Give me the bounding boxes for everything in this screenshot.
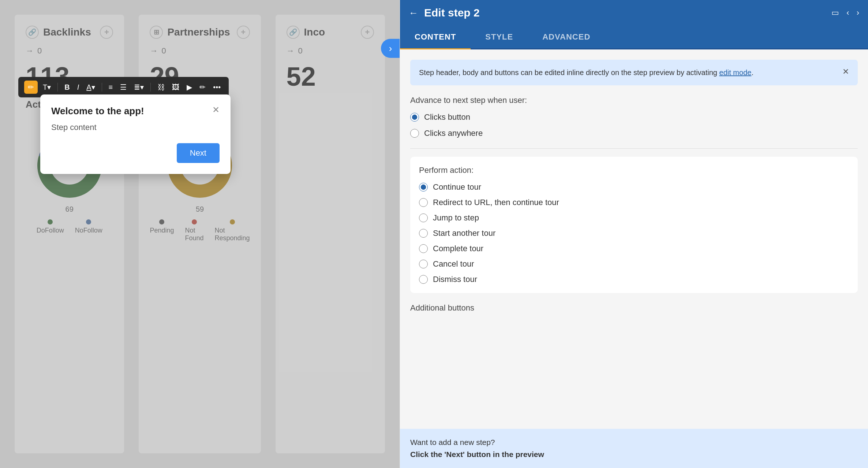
text-type-btn[interactable]: T▾ xyxy=(41,81,53,93)
card-stat: → 0 xyxy=(26,46,113,56)
action-box: Perform action: Continue tour Redirect t… xyxy=(410,157,858,293)
bullet-list-btn[interactable]: ≡ xyxy=(106,82,115,93)
action-radio-cancel[interactable] xyxy=(419,260,428,268)
add-icon: + xyxy=(100,26,113,39)
toolbar-sep-1 xyxy=(57,83,58,92)
advance-section-title: Advance to next step when user: xyxy=(410,96,858,105)
legend-dot-pending xyxy=(159,219,164,224)
action-label-another-tour: Start another tour xyxy=(433,229,495,238)
table-icon: ⊞ xyxy=(150,26,163,39)
advance-option-clicks-anywhere[interactable]: Clicks anywhere xyxy=(410,129,858,138)
action-option-jump[interactable]: Jump to step xyxy=(419,213,849,223)
advance-radio-clicks-anywhere[interactable] xyxy=(410,129,419,138)
tour-popup-footer: Next xyxy=(51,143,220,163)
ordered-list-btn[interactable]: ☰ xyxy=(118,81,129,93)
action-radio-dismiss[interactable] xyxy=(419,275,428,284)
legend-dot-nofollow xyxy=(86,219,91,224)
info-box: Step header, body and buttons can be edi… xyxy=(410,60,858,85)
bg-card-header: 🔗 Backlinks + xyxy=(26,26,113,39)
italic-btn[interactable]: I xyxy=(75,82,82,93)
main-preview-area: 🔗 Backlinks + → 0 113 Active 6 69 xyxy=(0,0,400,468)
info-close-button[interactable]: ✕ xyxy=(842,67,849,77)
action-label-dismiss: Dismiss tour xyxy=(433,275,477,284)
info-box-text: Step header, body and buttons can be edi… xyxy=(419,67,753,78)
action-radio-complete[interactable] xyxy=(419,244,428,253)
tour-close-button[interactable]: ✕ xyxy=(212,105,220,114)
panel-expand-button[interactable]: › xyxy=(381,39,400,58)
bottom-hint-line2: Click the 'Next' button in the preview xyxy=(410,448,858,461)
video-btn[interactable]: ▶ xyxy=(184,81,194,93)
panel-header-left: ← Edit step 2 xyxy=(409,7,480,19)
action-section-title: Perform action: xyxy=(419,166,849,175)
toolbar-sep-3 xyxy=(150,83,151,92)
panel-rect-button[interactable]: ▭ xyxy=(831,8,839,18)
panel-back-button[interactable]: ← xyxy=(409,7,418,19)
underline-btn[interactable]: A▾ xyxy=(84,81,97,93)
legend-nofollow: NoFollow xyxy=(75,219,102,234)
legend-dofollow: DoFollow xyxy=(37,219,64,234)
link-icon-3: 🔗 xyxy=(287,26,300,39)
action-label-continue: Continue tour xyxy=(433,182,481,192)
bottom-hint-line1: Want to add a new step? xyxy=(410,436,858,449)
add-icon-2: + xyxy=(237,26,250,39)
bg-card-header-3: 🔗 Inco + xyxy=(287,26,374,39)
action-option-redirect[interactable]: Redirect to URL, then continue tour xyxy=(419,198,849,207)
edit-mode-link[interactable]: edit mode xyxy=(719,68,752,77)
action-radio-jump[interactable] xyxy=(419,213,428,222)
advance-option-clicks-button[interactable]: Clicks button xyxy=(410,112,858,122)
action-label-redirect: Redirect to URL, then continue tour xyxy=(433,198,559,207)
right-panel: ← Edit step 2 ▭ ‹ › CONTENT STYLE ADVANC… xyxy=(400,0,868,468)
action-radio-redirect[interactable] xyxy=(419,198,428,207)
advance-label-clicks-button: Clicks button xyxy=(424,112,470,122)
divider xyxy=(410,148,858,149)
bg-card-inco: 🔗 Inco + → 0 52 xyxy=(276,15,385,453)
action-option-complete[interactable]: Complete tour xyxy=(419,244,849,253)
card-big-number-3: 52 xyxy=(287,62,374,92)
action-radio-group: Continue tour Redirect to URL, then cont… xyxy=(419,182,849,284)
tour-popup-header: Welcome to the app! ✕ xyxy=(51,105,220,117)
toolbar-sep-2 xyxy=(102,83,102,92)
legend-dot-dofollow xyxy=(48,219,53,224)
action-label-jump: Jump to step xyxy=(433,213,479,223)
more-btn[interactable]: ••• xyxy=(211,82,223,93)
card-title: Backlinks xyxy=(43,26,91,38)
additional-buttons-label: Additional buttons xyxy=(410,303,858,313)
advance-label-clicks-anywhere: Clicks anywhere xyxy=(424,129,483,138)
bold-btn[interactable]: B xyxy=(62,82,72,93)
align-btn[interactable]: ≣▾ xyxy=(132,81,146,93)
tab-style[interactable]: STYLE xyxy=(471,26,528,48)
action-option-another-tour[interactable]: Start another tour xyxy=(419,229,849,238)
action-label-complete: Complete tour xyxy=(433,244,483,253)
action-radio-continue[interactable] xyxy=(419,183,428,192)
action-radio-another-tour[interactable] xyxy=(419,229,428,238)
pen-btn[interactable]: ✏ xyxy=(197,81,208,93)
bg-card-header-2: ⊞ Partnerships + xyxy=(150,26,250,39)
tour-popup-title: Welcome to the app! xyxy=(51,105,144,117)
edit-toolbar-btn[interactable]: ✏ xyxy=(24,81,38,94)
tour-popup: Welcome to the app! ✕ Step content Next xyxy=(40,94,231,174)
panel-prev-button[interactable]: ‹ xyxy=(846,8,849,18)
tab-advanced[interactable]: ADVANCED xyxy=(528,26,605,48)
action-option-continue[interactable]: Continue tour xyxy=(419,182,849,192)
advance-radio-clicks-button[interactable] xyxy=(410,113,419,122)
action-label-cancel: Cancel tour xyxy=(433,259,474,269)
chart-legend-1: DoFollow NoFollow xyxy=(37,219,102,234)
tour-popup-content: Step content xyxy=(51,123,220,132)
tour-next-button[interactable]: Next xyxy=(177,143,220,163)
image-btn[interactable]: 🖼 xyxy=(170,82,182,93)
legend-notresponding: Not Responding xyxy=(215,219,250,242)
action-option-cancel[interactable]: Cancel tour xyxy=(419,259,849,269)
legend-pending: Pending xyxy=(150,219,174,242)
card-stat-3: → 0 xyxy=(287,46,374,56)
panel-next-button[interactable]: › xyxy=(857,8,859,18)
legend-notfound: Not Found xyxy=(185,219,203,242)
card-stat-2: → 0 xyxy=(150,46,250,56)
add-icon-3: + xyxy=(361,26,374,39)
legend-dot-notfound xyxy=(192,219,197,224)
action-option-dismiss[interactable]: Dismiss tour xyxy=(419,275,849,284)
tab-content[interactable]: CONTENT xyxy=(400,26,471,49)
link-btn[interactable]: ⛓ xyxy=(155,82,167,93)
advance-radio-group: Clicks button Clicks anywhere xyxy=(410,112,858,138)
bottom-hint-bar: Want to add a new step? Click the 'Next'… xyxy=(400,429,868,468)
panel-title: Edit step 2 xyxy=(424,7,480,19)
